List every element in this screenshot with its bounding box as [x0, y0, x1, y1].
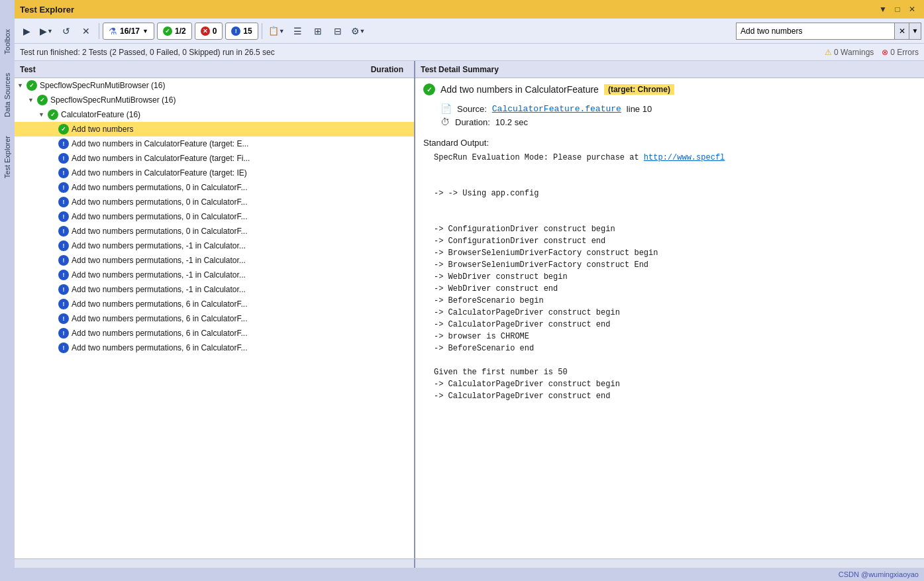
- tree-item-5[interactable]: !Add two numbers in CalculatorFeature (t…: [15, 151, 414, 166]
- tree-item-12[interactable]: !Add two numbers permutations, -1 in Cal…: [15, 253, 414, 268]
- tree-item-8[interactable]: !Add two numbers permutations, 0 in Calc…: [15, 195, 414, 209]
- tree-item-2[interactable]: ▼✓CalculatorFeature (16): [15, 107, 414, 122]
- tree-label: Add two numbers: [72, 125, 133, 134]
- tree-item-13[interactable]: !Add two numbers permutations, -1 in Cal…: [15, 268, 414, 282]
- test-explorer-label[interactable]: Test Explorer: [2, 133, 13, 181]
- output-line-14: -> CalculatorPageDriver construct end: [434, 319, 916, 331]
- tree-item-9[interactable]: !Add two numbers permutations, 0 in Calc…: [15, 209, 414, 224]
- tree-item-4[interactable]: !Add two numbers in CalculatorFeature (t…: [15, 136, 414, 151]
- output-line-13: -> CalculatorPageDriver construct begin: [434, 307, 916, 319]
- run-button[interactable]: ▶: [17, 22, 36, 40]
- tree-item-17[interactable]: !Add two numbers permutations, 6 in Calc…: [15, 326, 414, 341]
- pass-tests-button[interactable]: ✓ 1/2: [157, 23, 192, 40]
- output-line-0: SpecRun Evaluation Mode: Please purchase…: [434, 152, 916, 164]
- tree-item-11[interactable]: !Add two numbers permutations, -1 in Cal…: [15, 238, 414, 253]
- watermark: CSDN @wumingxiaoyao: [839, 570, 919, 578]
- tree-icon: !: [58, 240, 69, 251]
- toolbox-label[interactable]: Toolbox: [2, 26, 13, 57]
- tree-label: Add two numbers permutations, 0 in Calcu…: [72, 212, 247, 221]
- tree-arrow[interactable]: ▼: [28, 97, 37, 103]
- output-line-7: -> ConfigurationDriver construct end: [434, 235, 916, 247]
- tree-item-3[interactable]: ✓Add two numbers: [15, 122, 414, 136]
- window-pin-button[interactable]: ▼: [876, 3, 890, 16]
- cancel-button[interactable]: ✕: [77, 22, 95, 40]
- side-toolbox: Toolbox Data Sources Test Explorer: [0, 0, 15, 581]
- duration-label: Duration:: [455, 117, 490, 127]
- tree-label: CalculatorFeature (16): [61, 110, 140, 119]
- output-section: Standard Output: SpecRun Evaluation Mode…: [423, 138, 916, 402]
- window-close-button[interactable]: ✕: [905, 3, 919, 16]
- output-line-6: -> ConfigurationDriver construct begin: [434, 223, 916, 235]
- toolbar-separator-1: [99, 23, 99, 39]
- title-bar-buttons: ▼ □ ✕: [876, 3, 919, 16]
- collapse-button[interactable]: ⊟: [329, 22, 347, 40]
- content-area: Test Duration ▼✓SpecflowSpecRunMutiBrows…: [15, 61, 924, 558]
- test-list: ▼✓SpecflowSpecRunMutiBrowser (16)▼✓Specf…: [15, 78, 414, 558]
- search-input[interactable]: [736, 23, 895, 40]
- tree-item-14[interactable]: !Add two numbers permutations, -1 in Cal…: [15, 282, 414, 297]
- output-line-15: -> browser is CHROME: [434, 331, 916, 343]
- duration-col-label: Duration: [371, 65, 403, 74]
- tree-icon: !: [58, 270, 69, 280]
- tree-arrow[interactable]: ▼: [17, 82, 26, 89]
- refresh-button[interactable]: ↺: [57, 22, 76, 40]
- window-float-button[interactable]: □: [891, 3, 904, 16]
- tree-label: SpecflowSpecRunMutiBrowser (16): [50, 95, 176, 105]
- tree-item-16[interactable]: !Add two numbers permutations, 6 in Calc…: [15, 311, 414, 326]
- tree-label: Add two numbers in CalculatorFeature (ta…: [72, 168, 247, 178]
- errors-status: ⊗ 0 Errors: [882, 48, 919, 57]
- output-line-9: -> BrowserSeleniumDriverFactory construc…: [434, 259, 916, 271]
- search-dropdown-button[interactable]: ▼: [909, 23, 921, 40]
- output-line-18: Given the first number is 50: [434, 366, 916, 378]
- run-debug-button[interactable]: ▶▼: [37, 22, 56, 40]
- total-tests-button[interactable]: ⚗ 16/17 ▼: [103, 23, 154, 40]
- tree-item-7[interactable]: !Add two numbers permutations, 0 in Calc…: [15, 180, 414, 195]
- settings-button[interactable]: ⚙▼: [348, 22, 368, 40]
- tree-item-6[interactable]: !Add two numbers in CalculatorFeature (t…: [15, 166, 414, 180]
- toolbar: ▶ ▶▼ ↺ ✕ ⚗ 16/17 ▼ ✓ 1/2 ✕ 0 ! 15 📋▼ ☰ ⊞…: [15, 19, 924, 44]
- expand-button[interactable]: ⊞: [309, 22, 327, 40]
- tree-item-10[interactable]: !Add two numbers permutations, 0 in Calc…: [15, 224, 414, 238]
- tree-icon: ✓: [37, 95, 48, 105]
- tree-icon: !: [58, 284, 69, 295]
- tree-label: Add two numbers permutations, -1 in Calc…: [72, 256, 246, 265]
- tree-item-15[interactable]: !Add two numbers permutations, 6 in Calc…: [15, 297, 414, 311]
- pass-icon: ✓: [163, 26, 172, 36]
- tree-label: Add two numbers permutations, -1 in Calc…: [72, 285, 246, 294]
- title-bar: Test Explorer ▼ □ ✕: [15, 0, 924, 19]
- detail-header: Test Detail Summary: [415, 61, 924, 78]
- left-panel: Test Duration ▼✓SpecflowSpecRunMutiBrows…: [15, 61, 415, 558]
- source-link[interactable]: CalculatorFeature.feature: [492, 104, 621, 114]
- skip-tests-button[interactable]: ! 15: [225, 23, 258, 40]
- tree-item-1[interactable]: ▼✓SpecflowSpecRunMutiBrowser (16): [15, 93, 414, 107]
- title-bar-left: Test Explorer: [20, 5, 74, 15]
- search-clear-button[interactable]: ✕: [895, 23, 909, 40]
- tree-label: Add two numbers permutations, -1 in Calc…: [72, 270, 246, 280]
- output-line-11: -> WebDriver construct end: [434, 283, 916, 295]
- fail-tests-button[interactable]: ✕ 0: [195, 23, 223, 40]
- tree-label: Add two numbers permutations, 6 in Calcu…: [72, 329, 247, 338]
- tree-item-0[interactable]: ▼✓SpecflowSpecRunMutiBrowser (16): [15, 78, 414, 93]
- duration-row: ⏱ Duration: 10.2 sec: [440, 117, 916, 127]
- group-button[interactable]: ☰: [289, 22, 307, 40]
- output-label: Standard Output:: [423, 138, 916, 148]
- target-badge: (target: Chrome): [604, 84, 674, 95]
- tree-arrow[interactable]: ▼: [38, 111, 48, 118]
- playlist-button[interactable]: 📋▼: [266, 22, 287, 40]
- output-line-12: -> BeforeScenario begin: [434, 295, 916, 307]
- bottom-bar: CSDN @wumingxiaoyao: [15, 568, 924, 581]
- window-title: Test Explorer: [20, 5, 74, 15]
- detail-header-title: Test Detail Summary: [421, 65, 499, 74]
- output-link[interactable]: http://www.specfl: [644, 153, 725, 162]
- left-h-scroll[interactable]: [15, 559, 415, 568]
- data-sources-label[interactable]: Data Sources: [2, 70, 13, 120]
- source-line: line 10: [627, 104, 652, 114]
- source-label: Source:: [457, 104, 487, 114]
- tree-icon: !: [58, 182, 69, 193]
- skip-count: 15: [243, 26, 252, 36]
- output-line-4: [434, 199, 916, 211]
- tree-label: Add two numbers in CalculatorFeature (ta…: [72, 139, 248, 148]
- tree-icon: !: [58, 138, 69, 149]
- tree-item-18[interactable]: !Add two numbers permutations, 6 in Calc…: [15, 341, 414, 355]
- right-h-scroll[interactable]: [415, 559, 924, 568]
